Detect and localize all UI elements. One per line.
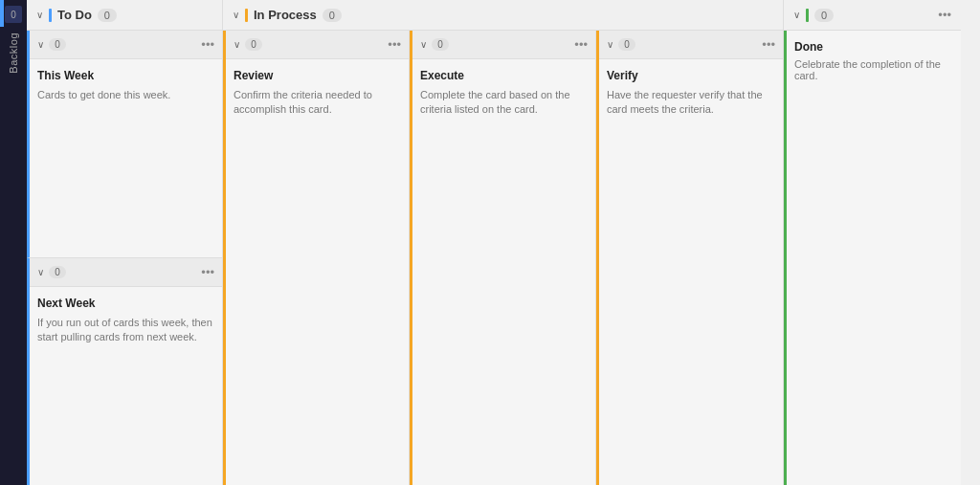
inprocess-color-bar [245,9,248,22]
verify-column: ∨ 0 ••• Verify Have the requester verify… [596,31,783,485]
this-week-title: This Week [37,69,214,82]
inprocess-group-count: 0 [323,9,342,22]
review-content: Review Confirm the criteria needed to ac… [226,59,409,485]
review-desc: Confirm the criteria needed to accomplis… [234,88,401,118]
verify-count: 0 [618,38,635,51]
done-color-bar [806,9,809,22]
execute-menu-icon[interactable]: ••• [574,37,588,52]
done-column: Done Celebrate the completion of the car… [784,31,961,485]
execute-column: ∨ 0 ••• Execute Complete the card based … [410,31,596,485]
next-week-menu-icon[interactable]: ••• [201,265,214,279]
done-title: Done [794,40,953,54]
this-week-count: 0 [49,38,66,51]
inprocess-columns-row: ∨ 0 ••• Review Confirm the criteria need… [223,31,783,485]
this-week-chevron-icon[interactable]: ∨ [37,39,44,50]
done-chevron-icon[interactable]: ∨ [793,10,800,20]
sidebar: 0 Backlog [0,0,27,485]
done-group-count: 0 [814,9,834,22]
this-week-menu-icon[interactable]: ••• [201,37,214,52]
execute-content: Execute Complete the card based on the c… [412,59,595,485]
verify-header: ∨ 0 ••• [599,31,783,59]
next-week-desc: If you run out of cards this week, then … [37,316,214,345]
inprocess-group-header: ∨ In Process 0 [223,0,783,31]
this-week-column: ∨ 0 ••• This Week Cards to get done this… [27,31,222,258]
kanban-board: ∨ To Do 0 ∨ 0 ••• This Week Cards to get… [27,0,980,485]
review-header: ∨ 0 ••• [226,31,409,59]
inprocess-chevron-icon[interactable]: ∨ [233,10,239,20]
todo-group-count: 0 [98,9,117,22]
review-count: 0 [245,38,262,51]
review-chevron-icon[interactable]: ∨ [234,39,240,50]
todo-group-title: To Do [57,8,92,22]
next-week-count: 0 [49,266,66,278]
execute-desc: Complete the card based on the criteria … [420,88,588,118]
done-group-header: ∨ 0 ••• [784,0,961,31]
done-group: ∨ 0 ••• Done Celebrate the completion of… [784,0,961,485]
next-week-chevron-icon[interactable]: ∨ [37,267,44,277]
inprocess-group-title: In Process [254,8,317,22]
next-week-header: ∨ 0 ••• [30,258,222,287]
todo-chevron-icon[interactable]: ∨ [36,10,43,20]
execute-header: ∨ 0 ••• [412,31,595,59]
verify-desc: Have the requester verify that the card … [607,88,775,118]
todo-color-bar [49,9,52,22]
todo-columns-stack: ∨ 0 ••• This Week Cards to get done this… [27,31,222,485]
this-week-desc: Cards to get done this week. [37,88,214,102]
sidebar-label: Backlog [8,33,19,74]
execute-chevron-icon[interactable]: ∨ [420,39,427,50]
verify-title: Verify [607,69,775,82]
sidebar-badge: 0 [5,6,22,23]
review-menu-icon[interactable]: ••• [388,37,401,52]
sidebar-indicator [0,0,4,27]
done-desc: Celebrate the completion of the card. [794,58,953,81]
todo-group: ∨ To Do 0 ∨ 0 ••• This Week Cards to get… [27,0,223,485]
review-column: ∨ 0 ••• Review Confirm the criteria need… [223,31,410,485]
verify-menu-icon[interactable]: ••• [762,37,775,52]
execute-count: 0 [432,38,449,51]
inprocess-group: ∨ In Process 0 ∨ 0 ••• Review Confirm th… [223,0,784,485]
this-week-header: ∨ 0 ••• [30,31,222,59]
next-week-column: ∨ 0 ••• Next Week If you run out of card… [27,258,222,485]
next-week-title: Next Week [37,297,214,310]
next-week-content: Next Week If you run out of cards this w… [30,287,222,355]
execute-title: Execute [420,69,588,82]
done-menu-icon[interactable]: ••• [938,8,951,22]
verify-chevron-icon[interactable]: ∨ [607,39,613,50]
verify-content: Verify Have the requester verify that th… [599,59,783,485]
review-title: Review [234,69,401,82]
todo-group-header: ∨ To Do 0 [27,0,222,31]
this-week-content: This Week Cards to get done this week. [30,59,222,112]
